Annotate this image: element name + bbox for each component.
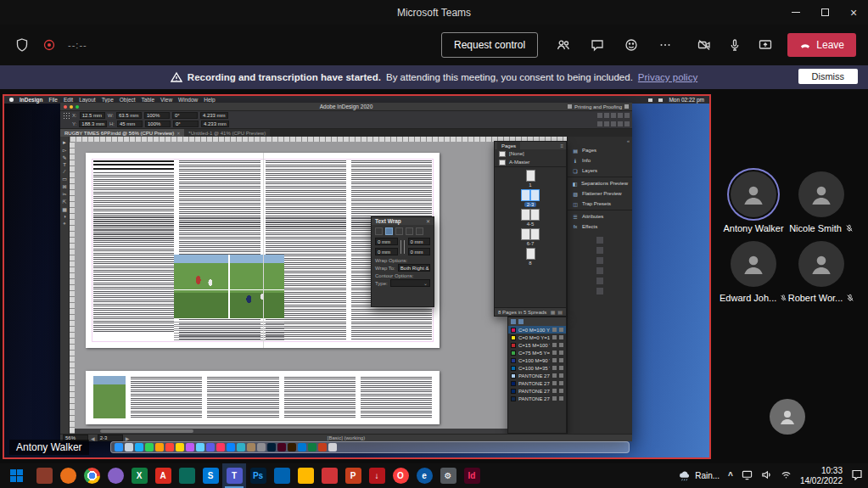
offset-right-field[interactable]: 0 mm [408, 248, 431, 255]
menu-indesign[interactable]: InDesign [20, 97, 42, 103]
menu-layout[interactable]: Layout [79, 97, 96, 103]
line-tool-icon[interactable]: ∕ [64, 169, 64, 174]
scale-x-field[interactable]: 100% [144, 112, 170, 119]
master-page-a[interactable]: A-Master [495, 158, 566, 166]
volume-icon[interactable] [761, 468, 772, 484]
offset-left-field[interactable]: 0 mm [375, 248, 398, 255]
weather-widget[interactable]: Rain... [679, 470, 720, 482]
dock-indesign-icon[interactable] [277, 443, 286, 452]
fill-proxy-icon[interactable] [511, 319, 516, 324]
delete-page-icon[interactable]: ▤ [557, 309, 563, 315]
contour-type-dropdown[interactable]: ⌄ [390, 279, 430, 287]
panel-icon[interactable] [596, 257, 603, 264]
offset-top-field[interactable]: 0 mm [375, 238, 398, 245]
taskbar-app-edge[interactable]: e [412, 463, 436, 488]
panel-button-attributes[interactable]: ☰ Attributes [568, 211, 632, 222]
direct-selection-tool-icon[interactable]: ▻ [63, 147, 67, 153]
dock-app-icon[interactable] [227, 443, 235, 452]
search-icon[interactable] [624, 104, 629, 109]
control-icon[interactable] [611, 121, 616, 126]
leave-button[interactable]: Leave [787, 33, 856, 57]
dock-photoshop-icon[interactable] [267, 443, 276, 452]
offset-bottom-field[interactable]: 0 mm [408, 238, 431, 245]
menu-window[interactable]: Window [178, 97, 198, 103]
page-thumbnail-4-5[interactable]: 4-5 [521, 209, 540, 227]
reactions-icon[interactable] [623, 36, 640, 53]
taskbar-app-opera[interactable]: O [389, 463, 412, 488]
swatch-row[interactable]: C=100 M=90 Y=10 K=0 [508, 356, 566, 364]
menu-table[interactable]: Table [142, 97, 155, 103]
panel-button-trap-presets[interactable]: ◫ Trap Presets [568, 199, 632, 209]
link-offsets-icon[interactable] [400, 240, 405, 254]
wrap-to-dropdown[interactable]: Both Right & Left Sides⌄ [398, 264, 430, 272]
pen-tool-icon[interactable]: ✎ [62, 154, 66, 160]
menu-edit[interactable]: Edit [64, 97, 73, 103]
panel-icon[interactable] [596, 278, 603, 284]
taskbar-app-folder[interactable] [294, 463, 317, 488]
panel-button-separations-preview[interactable]: ◧ Separations Preview [568, 178, 632, 188]
network-icon[interactable] [781, 468, 792, 484]
shared-screen[interactable]: InDesign File Edit Layout Type Object Ta… [3, 94, 711, 459]
dock-app-icon[interactable] [216, 443, 225, 452]
swatch-row[interactable]: C=75 M=5 Y=100 K=0 [508, 349, 566, 356]
h-field[interactable]: 45 mm [117, 121, 143, 127]
privacy-policy-link[interactable]: Privacy policy [638, 72, 697, 82]
selection-tool-icon[interactable]: ► [62, 140, 67, 145]
chat-icon[interactable] [589, 36, 606, 53]
new-spread-icon[interactable]: ▦ [551, 309, 556, 315]
panel-icon[interactable] [596, 247, 603, 254]
dock-app-icon[interactable] [308, 443, 316, 452]
minimize-button[interactable] [781, 0, 810, 25]
tab-untitled[interactable]: *Untitled-1 @ 41% (CPU Preview) [184, 129, 270, 137]
control-icon[interactable] [611, 113, 616, 118]
dock-app-icon[interactable] [257, 443, 266, 452]
panel-icon[interactable] [596, 237, 603, 244]
share-screen-icon[interactable] [757, 36, 774, 53]
menu-help[interactable]: Help [204, 97, 215, 103]
jump-object-icon[interactable] [406, 227, 413, 235]
rugby-photo-collage[interactable] [174, 255, 284, 318]
control-icon[interactable] [597, 113, 602, 118]
wrap-bounding-box-icon[interactable] [385, 227, 393, 235]
control-icon[interactable] [604, 121, 609, 126]
wrap-offset-top-field[interactable]: 4.233 mm [200, 112, 228, 119]
taskbar-app[interactable] [104, 463, 127, 488]
pages-panel-tab[interactable]: Pages [497, 142, 520, 149]
panel-icon[interactable] [596, 288, 603, 294]
display-icon[interactable] [742, 468, 753, 484]
participant-tile[interactable]: Edward Joh... [720, 241, 787, 303]
shear-field[interactable]: 0° [173, 121, 199, 127]
panel-button-pages[interactable]: ▤ Pages [568, 145, 632, 155]
taskbar-app-teams[interactable]: T [222, 463, 246, 488]
rotate-field[interactable]: 0° [172, 112, 198, 119]
control-icon[interactable] [624, 121, 630, 126]
taskbar-app-powerpoint[interactable]: P [341, 463, 365, 488]
request-control-button[interactable]: Request control [441, 32, 538, 58]
dock-app-icon[interactable] [298, 443, 306, 452]
eyedropper-tool-icon[interactable]: ◑ [63, 214, 66, 219]
dock-app-icon[interactable] [206, 443, 215, 452]
control-icon[interactable] [597, 121, 602, 126]
frame-tool-icon[interactable]: ⊠ [62, 183, 66, 189]
close-tab-icon[interactable]: ✕ [176, 131, 180, 136]
maximize-button[interactable] [810, 0, 839, 25]
w-field[interactable]: 63.5 mm [116, 112, 142, 119]
taskbar-app[interactable] [270, 463, 294, 488]
taskbar-clock[interactable]: 10:33 14/02/2022 [800, 466, 843, 486]
taskbar-app-skype[interactable]: S [199, 463, 222, 488]
rugby-photo[interactable] [93, 376, 126, 418]
workspace-switcher[interactable]: Printing and Proofing [574, 104, 622, 109]
panel-button-info[interactable]: ℹ Info [568, 155, 632, 165]
master-page-none[interactable]: [None] [495, 149, 566, 158]
scale-y-field[interactable]: 100% [145, 121, 171, 127]
dock-app-icon[interactable] [237, 443, 245, 452]
taskbar-app-excel[interactable]: X [127, 463, 151, 488]
participants-icon[interactable] [555, 36, 572, 53]
taskbar-app[interactable] [32, 463, 56, 488]
panel-icon[interactable] [596, 267, 603, 274]
mac-clock[interactable]: Mon 02:22 pm [669, 97, 704, 103]
wrap-object-shape-icon[interactable] [395, 227, 403, 235]
type-tool-icon[interactable]: T [63, 162, 66, 167]
participant-tile[interactable]: Antony Walker [720, 171, 787, 233]
page-spread-partial[interactable] [86, 371, 440, 424]
